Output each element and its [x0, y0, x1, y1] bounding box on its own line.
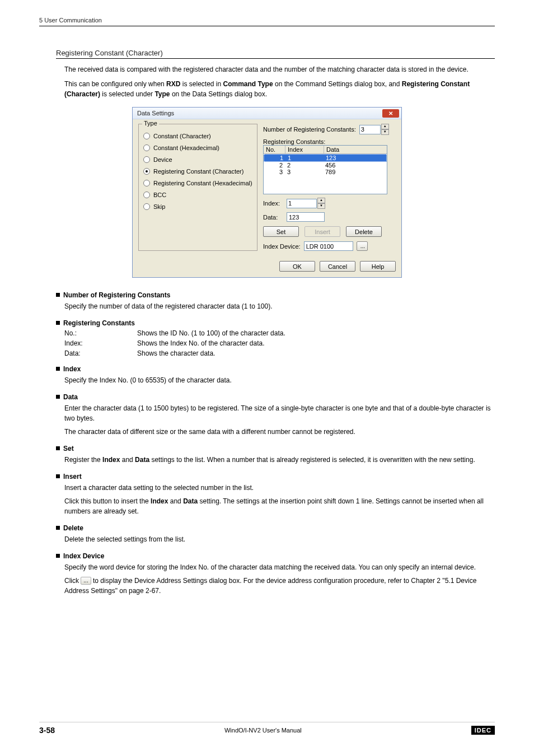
table-cell: 123: [324, 155, 386, 161]
bullet-icon: [56, 526, 60, 530]
cancel-button[interactable]: Cancel: [320, 261, 355, 272]
definition-row: Index:Shows the Index No. of the charact…: [64, 339, 495, 347]
table-header: No. Index Data: [264, 146, 387, 154]
radio-option[interactable]: BCC: [143, 192, 252, 198]
page-number: 3-58: [39, 726, 55, 735]
table-cell: 1: [264, 155, 285, 161]
manual-title: WindO/I-NV2 User's Manual: [224, 727, 302, 734]
data-input[interactable]: [287, 212, 325, 222]
bullet-icon: [56, 367, 60, 371]
index-input[interactable]: [287, 199, 317, 208]
radio-option[interactable]: Constant (Hexadecimal): [143, 144, 252, 151]
definition-desc: Shows the character data.: [137, 349, 215, 357]
num-constants-spinner[interactable]: ▲▼: [381, 124, 389, 135]
type-legend: Type: [142, 120, 159, 127]
delete-button[interactable]: Delete: [346, 226, 382, 237]
close-icon[interactable]: ✕: [382, 109, 399, 118]
description-heading: Set: [56, 445, 495, 452]
table-row[interactable]: 33789: [264, 169, 387, 175]
radio-label: Device: [153, 156, 172, 163]
bullet-icon: [56, 554, 60, 558]
table-cell: 1: [285, 155, 324, 161]
radio-icon: [143, 180, 150, 186]
section-title: Registering Constant (Character): [56, 49, 495, 59]
table-cell: 456: [323, 162, 387, 169]
index-device-label: Index Device:: [263, 243, 301, 250]
num-constants-input[interactable]: [359, 125, 381, 134]
dialog-title: Data Settings: [137, 110, 174, 116]
radio-icon: [143, 144, 150, 151]
definition-desc: Shows the Index No. of the character dat…: [137, 339, 264, 347]
description-paragraph: Delete the selected settings from the li…: [64, 534, 495, 544]
bullet-icon: [56, 293, 60, 297]
description-heading: Registering Constants: [56, 319, 495, 327]
num-constants-label: Number of Registering Constants:: [263, 126, 356, 133]
radio-label: Registering Constant (Hexadecimal): [153, 180, 252, 186]
page-header: 5 User Communication: [39, 17, 495, 26]
table-row[interactable]: 22456: [264, 162, 387, 169]
definition-row: No.:Shows the ID No. (1 to 100) of the c…: [64, 329, 495, 337]
bullet-icon: [56, 474, 60, 478]
table-cell: 789: [323, 169, 387, 175]
col-no: No.: [264, 146, 285, 153]
radio-icon: [143, 133, 150, 139]
index-spinner[interactable]: ▲▼: [317, 198, 325, 209]
description-paragraph: Specify the number of data of the regist…: [64, 301, 495, 311]
col-index: Index: [285, 146, 324, 153]
data-label: Data:: [263, 214, 283, 221]
radio-label: Registering Constant (Character): [153, 168, 243, 175]
radio-label: Constant (Character): [153, 133, 211, 139]
bullet-icon: [56, 321, 60, 325]
radio-icon: [143, 192, 150, 198]
table-cell: 2: [264, 162, 285, 169]
table-cell: 3: [264, 169, 285, 175]
description-paragraph: Click this button to insert the Index an…: [64, 496, 495, 516]
intro-paragraph: The received data is compared with the r…: [64, 64, 495, 74]
radio-label: BCC: [153, 192, 166, 198]
table-row[interactable]: 11123: [264, 154, 387, 162]
radio-option[interactable]: Registering Constant (Hexadecimal): [143, 180, 252, 186]
index-device-browse-button[interactable]: ...: [357, 241, 368, 251]
insert-button[interactable]: Insert: [305, 226, 340, 237]
radio-option[interactable]: Constant (Character): [143, 133, 252, 139]
description-paragraph: Enter the character data (1 to 1500 byte…: [64, 403, 495, 423]
browse-button-inline: ...: [81, 577, 91, 585]
col-data: Data: [324, 146, 387, 153]
radio-icon: [143, 156, 150, 163]
description-heading: Index: [56, 365, 495, 373]
table-cell: 2: [285, 162, 323, 169]
description-heading: Delete: [56, 524, 495, 532]
help-button[interactable]: Help: [360, 261, 396, 272]
radio-icon: [143, 203, 150, 210]
radio-option[interactable]: Device: [143, 156, 252, 163]
description-heading: Data: [56, 393, 495, 401]
data-settings-dialog: Data Settings ✕ Type Constant (Character…: [132, 107, 402, 278]
definition-desc: Shows the ID No. (1 to 100) of the chara…: [137, 329, 285, 337]
bullet-icon: [56, 395, 60, 399]
radio-icon: [143, 168, 150, 175]
table-cell: 3: [285, 169, 323, 175]
radio-option[interactable]: Skip: [143, 203, 252, 210]
bullet-icon: [56, 446, 60, 450]
intro-paragraph: This can be configured only when RXD is …: [64, 79, 495, 99]
description-paragraph: Specify the Index No. (0 to 65535) of th…: [64, 375, 495, 385]
type-groupbox: Type Constant (Character)Constant (Hexad…: [138, 124, 257, 251]
description-paragraph: Insert a character data setting to the s…: [64, 483, 495, 493]
dialog-titlebar: Data Settings ✕: [133, 108, 401, 119]
set-button[interactable]: Set: [263, 226, 299, 237]
index-device-input[interactable]: [304, 241, 353, 251]
definition-row: Data:Shows the character data.: [64, 349, 495, 357]
definition-term: No.:: [64, 329, 137, 337]
brand-logo: IDEC: [471, 726, 495, 735]
radio-option[interactable]: Registering Constant (Character): [143, 168, 252, 175]
ok-button[interactable]: OK: [279, 261, 315, 272]
description-heading: Insert: [56, 473, 495, 480]
definition-term: Index:: [64, 339, 137, 347]
constants-table[interactable]: No. Index Data 111232245633789: [263, 145, 387, 194]
description-heading: Index Device: [56, 552, 495, 560]
description-paragraph: Specify the word device for storing the …: [64, 562, 495, 572]
description-paragraph: Click ... to display the Device Address …: [64, 576, 495, 596]
description-paragraph: The character data of different size or …: [64, 427, 495, 437]
radio-label: Skip: [153, 203, 165, 210]
description-paragraph: Register the Index and Data settings to …: [64, 455, 495, 465]
